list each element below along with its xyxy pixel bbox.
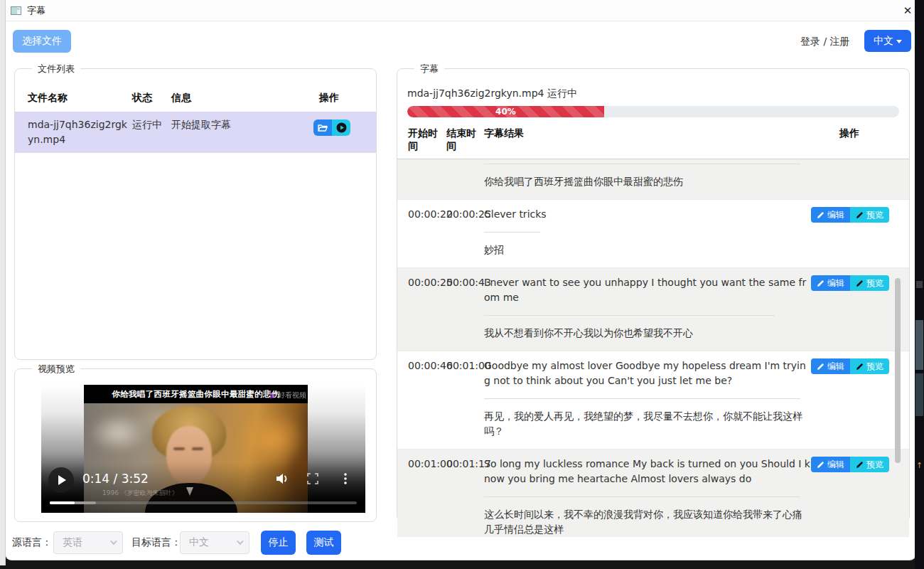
source-language-value: 英语 xyxy=(63,536,82,549)
window-title: 字幕 xyxy=(27,4,45,17)
subtitle-table-header: 开始时间 结束时间 字幕结果 操作 xyxy=(397,127,909,159)
subtitle-row: 00:00:2200:00:25Clever tricks妙招编辑预览 xyxy=(397,200,909,268)
target-language-select[interactable]: 中文 xyxy=(180,531,249,554)
edit-button[interactable]: 编辑 xyxy=(811,358,850,374)
start-time: 00:00:46 xyxy=(408,358,446,439)
background-fragment xyxy=(916,281,923,288)
source-language-label: 源语言： xyxy=(12,536,52,549)
col-status: 状态 xyxy=(132,92,171,105)
preview-button-label: 预览 xyxy=(866,209,883,221)
subtitle-row: 你给我唱了西班牙摇篮曲你眼中最甜蜜的悲伤 xyxy=(397,159,909,200)
video-player[interactable]: 你给我唱了西班牙摇篮曲你眼中最甜蜜的悲伤 好看视频 0:14 / 3:52 19… xyxy=(41,385,365,513)
file-table-body: mda-jj7qh36zig2rgkyn.mp4运行中开始提取字幕 xyxy=(15,112,376,153)
subtitle-row: 00:01:0000:01:17So long my luckless roma… xyxy=(397,450,909,537)
watermark-logo-icon xyxy=(270,392,276,399)
play-icon xyxy=(58,475,66,485)
file-list-legend: 文件列表 xyxy=(32,63,80,75)
close-icon[interactable]: ✕ xyxy=(900,3,915,18)
progress-label: 40% xyxy=(495,107,516,117)
progress-bar: 40% xyxy=(407,106,899,117)
pencil-icon xyxy=(817,211,824,219)
end-time: 00:01:17 xyxy=(446,457,484,537)
subtitle-row-actions xyxy=(811,164,888,189)
seek-bar[interactable] xyxy=(50,501,357,504)
pencil-icon xyxy=(856,211,864,219)
edit-button-label: 编辑 xyxy=(827,209,844,221)
subtitle-divider xyxy=(484,232,540,233)
language-dropdown-label: 中文 xyxy=(874,35,893,46)
player-controls: 0:14 / 3:52 1996 《罗密欧与朱丽叶》 xyxy=(41,463,365,513)
subtitle-chinese: 你给我唱了西班牙摇篮曲你眼中最甜蜜的悲伤 xyxy=(484,174,811,189)
subtitle-result-cell: Clever tricks妙招 xyxy=(484,207,811,257)
login-register-link[interactable]: 登录 / 注册 xyxy=(800,36,850,48)
video-preview-panel: 视频预览 你给我唱了西班牙摇篮曲你眼中最甜蜜的悲伤 好看视频 xyxy=(14,368,377,522)
subtitle-table-body: 你给我唱了西班牙摇篮曲你眼中最甜蜜的悲伤00:00:2200:00:25Clev… xyxy=(397,159,909,537)
file-status: 运行中 xyxy=(132,117,171,132)
end-time: 00:00:25 xyxy=(446,207,484,257)
subtitle-row: 00:00:4600:01:00Goodbye my almost lover … xyxy=(397,351,909,450)
preview-button[interactable]: 预览 xyxy=(850,358,889,374)
preview-button[interactable]: 预览 xyxy=(850,207,889,223)
subtitle-divider xyxy=(484,496,800,497)
title-bar: 字幕 ✕ xyxy=(6,0,915,21)
play-file-button[interactable] xyxy=(332,119,350,136)
language-dropdown-button[interactable]: 中文 xyxy=(864,30,911,52)
pencil-icon xyxy=(817,280,824,287)
subtitle-row-actions: 编辑预览 xyxy=(811,358,888,439)
folder-icon xyxy=(318,124,328,132)
subtitle-file-status: mda-jj7qh36zig2rgkyn.mp4 运行中 xyxy=(407,87,909,100)
subtitle-row-actions: 编辑预览 xyxy=(811,275,888,341)
stop-button[interactable]: 停止 xyxy=(261,531,296,555)
pencil-icon xyxy=(856,280,864,287)
seek-played xyxy=(50,501,75,504)
preview-button-label: 预览 xyxy=(866,459,883,471)
video-caption-small: 1996 《罗密欧与朱丽叶》 xyxy=(102,489,178,498)
background-window-edge-left xyxy=(0,0,6,565)
start-time: 00:00:22 xyxy=(408,207,446,257)
target-language-value: 中文 xyxy=(189,536,209,549)
actor-brow-right xyxy=(192,447,203,450)
video-subtitle-text: 你给我唱了西班牙摇篮曲你眼中最甜蜜的悲伤 xyxy=(112,389,280,400)
subtitle-chinese: 妙招 xyxy=(484,243,811,257)
preview-button[interactable]: 预览 xyxy=(850,275,889,291)
volume-icon[interactable] xyxy=(276,473,290,487)
video-preview-legend: 视频预览 xyxy=(32,363,80,376)
open-folder-button[interactable] xyxy=(313,119,332,136)
file-name: mda-jj7qh36zig2rgkyn.mp4 xyxy=(28,117,127,147)
col-operation: 操作 xyxy=(811,127,888,153)
play-button[interactable] xyxy=(48,467,74,493)
fullscreen-icon[interactable] xyxy=(307,473,318,487)
chevron-down-icon xyxy=(896,40,902,43)
test-button[interactable]: 测试 xyxy=(306,531,341,555)
subtitle-chinese: 再见，我的爱人再见，我绝望的梦，我尽量不去想你，你就不能让我这样吗？ xyxy=(484,409,811,439)
end-time: 00:00:43 xyxy=(446,275,484,341)
source-language-select[interactable]: 英语 xyxy=(53,531,123,554)
more-options-icon[interactable] xyxy=(344,473,347,487)
subtitle-legend: 字幕 xyxy=(414,63,444,75)
app-icon xyxy=(11,6,21,15)
edit-button[interactable]: 编辑 xyxy=(811,275,850,291)
start-time: 00:01:00 xyxy=(408,457,446,537)
subtitle-english: I never want to see you unhappy I though… xyxy=(484,275,811,305)
file-list-panel: 文件列表 文件名称 状态 信息 操作 mda-jj7qh36zig2rgkyn.… xyxy=(14,68,377,360)
subtitle-english: Goodbye my almost lover Goodbye my hopel… xyxy=(484,358,811,388)
scrollbar-thumb[interactable] xyxy=(895,278,901,463)
subtitle-row: 00:00:2500:00:43I never want to see you … xyxy=(397,268,909,351)
select-file-button[interactable]: 选择文件 xyxy=(13,30,71,53)
pencil-icon xyxy=(856,461,864,469)
subtitle-result-cell: 你给我唱了西班牙摇篮曲你眼中最甜蜜的悲伤 xyxy=(484,164,811,189)
background-arrow-glyph: ↑ xyxy=(916,461,923,470)
edit-button[interactable]: 编辑 xyxy=(811,207,850,223)
col-file-name: 文件名称 xyxy=(28,92,132,105)
chevron-down-icon xyxy=(237,538,244,545)
file-info: 开始提取字幕 xyxy=(171,117,305,132)
edit-button[interactable]: 编辑 xyxy=(811,457,850,472)
preview-button[interactable]: 预览 xyxy=(850,457,889,472)
bottom-bar: 源语言： 英语 目标语言： 中文 停止 测试 xyxy=(6,530,915,560)
file-table-header: 文件名称 状态 信息 操作 xyxy=(15,92,376,105)
chevron-down-icon xyxy=(110,538,117,545)
end-time: 00:01:00 xyxy=(446,358,484,439)
preview-button-label: 预览 xyxy=(866,277,883,289)
start-time xyxy=(408,164,446,189)
edit-button-label: 编辑 xyxy=(827,459,844,471)
